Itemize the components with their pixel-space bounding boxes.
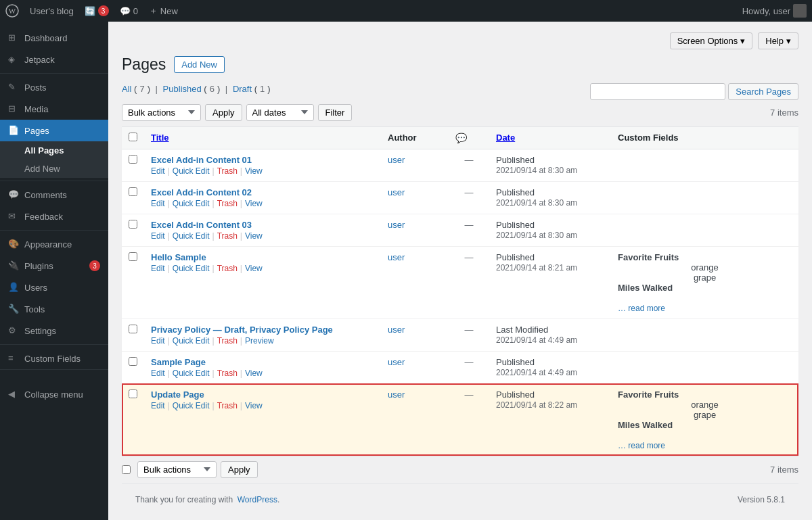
read-more-link-7[interactable]: … read more (618, 441, 665, 450)
row-action-quick-edit-6[interactable]: Quick Edit (173, 369, 210, 378)
apply-button-bottom[interactable]: Apply (221, 461, 258, 478)
author-link-6[interactable]: user (388, 357, 405, 367)
sidebar-item-tools[interactable]: 🔧 Tools (0, 298, 108, 320)
row-checkbox-6[interactable] (129, 357, 137, 366)
row-checkbox-3[interactable] (129, 220, 137, 229)
screen-options-button[interactable]: Screen Options ▾ (670, 32, 753, 49)
filter-published-link[interactable]: Published (163, 84, 202, 94)
page-title-link-2[interactable]: Excel Add-in Content 02 (151, 187, 252, 197)
collapse-menu[interactable]: ◀ Collapse menu (0, 383, 108, 405)
search-input[interactable] (590, 83, 725, 100)
row-action-view-1[interactable]: View (245, 166, 263, 176)
updates-item[interactable]: 🔄 3 (85, 5, 109, 16)
sidebar-item-custom-fields[interactable]: ≡ Custom Fields (0, 348, 108, 369)
site-name-item[interactable]: User's blog (30, 6, 74, 16)
sidebar-item-media[interactable]: ⊟ Media (0, 98, 108, 120)
sidebar-item-plugins[interactable]: 🔌 Plugins 3 (0, 255, 108, 277)
wp-logo-item[interactable]: W (5, 4, 19, 18)
row-action-edit-4[interactable]: Edit (151, 264, 165, 273)
howdy-item[interactable]: Howdy, user (742, 4, 807, 18)
author-link-1[interactable]: user (388, 155, 405, 165)
page-title-link-6[interactable]: Sample Page (151, 357, 206, 367)
author-link-2[interactable]: user (388, 187, 405, 197)
apply-button-top[interactable]: Apply (205, 104, 242, 121)
row-action-trash-2[interactable]: Trash (217, 199, 238, 208)
bulk-actions-select-top[interactable]: Bulk actions Move to Trash (122, 104, 201, 121)
row-custom-fields-cell: Favorite FruitsorangegrapeMiles Walked… … (611, 246, 798, 318)
sidebar-item-feedback[interactable]: ✉ Feedback (0, 206, 108, 227)
page-title-link-5[interactable]: Privacy Policy — Draft, Privacy Policy P… (151, 325, 333, 335)
col-header-date[interactable]: Date (489, 126, 611, 149)
row-action-view-6[interactable]: View (245, 369, 263, 378)
row-action-edit-6[interactable]: Edit (151, 369, 165, 378)
add-new-button[interactable]: Add New (174, 56, 225, 73)
bulk-actions-select-bottom[interactable]: Bulk actions Move to Trash (137, 461, 217, 478)
row-action-trash-6[interactable]: Trash (217, 369, 238, 378)
row-action-trash-3[interactable]: Trash (217, 231, 238, 241)
sidebar-item-appearance[interactable]: 🎨 Appearance (0, 233, 108, 255)
filter-sep1: | (156, 84, 158, 94)
page-title-link-1[interactable]: Excel Add-in Content 01 (151, 155, 252, 165)
title-sort-link[interactable]: Title (151, 133, 169, 143)
sidebar-item-comments[interactable]: 💬 Comments (0, 184, 108, 206)
items-count-bottom: 7 items (770, 465, 798, 475)
new-content-item[interactable]: ＋ New (149, 5, 178, 17)
row-action-trash-1[interactable]: Trash (217, 166, 238, 176)
select-all-checkbox-top[interactable] (129, 133, 137, 141)
row-action-edit-2[interactable]: Edit (151, 199, 165, 208)
author-link-4[interactable]: user (388, 252, 405, 262)
row-action-quick-edit-4[interactable]: Quick Edit (173, 264, 210, 273)
sidebar-item-settings[interactable]: ⚙ Settings (0, 320, 108, 341)
submenu-add-new[interactable]: Add New (0, 160, 108, 178)
page-title-link-4[interactable]: Hello Sample (151, 252, 206, 262)
row-action-trash-5[interactable]: Trash (217, 336, 238, 346)
filter-button[interactable]: Filter (318, 104, 353, 121)
row-action-quick-edit-7[interactable]: Quick Edit (173, 401, 210, 410)
select-all-checkbox-bottom[interactable] (122, 465, 131, 474)
author-link-3[interactable]: user (388, 220, 405, 230)
row-checkbox-5[interactable] (129, 325, 137, 333)
page-title-link-7[interactable]: Update Page (151, 389, 204, 400)
search-pages-button[interactable]: Search Pages (728, 83, 798, 100)
sidebar-item-users[interactable]: 👤 Users (0, 277, 108, 298)
row-checkbox-1[interactable] (129, 155, 137, 164)
author-link-5[interactable]: user (388, 325, 405, 335)
row-checkbox-2[interactable] (129, 187, 137, 196)
feedback-icon: ✉ (8, 211, 19, 222)
wordpress-link[interactable]: WordPress (238, 495, 277, 504)
date-sort-link[interactable]: Date (496, 133, 515, 143)
action-separator: | (240, 264, 242, 273)
row-action-view-7[interactable]: View (245, 401, 263, 410)
row-action-quick-edit-3[interactable]: Quick Edit (173, 231, 210, 241)
row-action-quick-edit-2[interactable]: Quick Edit (173, 199, 210, 208)
filter-all-link[interactable]: All (122, 84, 131, 94)
help-button[interactable]: Help ▾ (758, 32, 798, 49)
comments-item[interactable]: 💬 0 (120, 6, 138, 16)
row-action-edit-7[interactable]: Edit (151, 401, 165, 410)
row-action-edit-3[interactable]: Edit (151, 231, 165, 241)
row-checkbox-7[interactable] (129, 389, 137, 398)
read-more-link-4[interactable]: … read more (618, 304, 665, 313)
sidebar-item-jetpack[interactable]: ◈ Jetpack (0, 49, 108, 70)
date-status-6: Published (496, 357, 535, 367)
row-action-view-4[interactable]: View (245, 264, 263, 273)
row-action-quick-edit-5[interactable]: Quick Edit (173, 336, 210, 346)
row-checkbox-4[interactable] (129, 252, 137, 261)
filter-draft-link[interactable]: Draft (233, 84, 252, 94)
row-action-view-2[interactable]: View (245, 199, 263, 208)
submenu-all-pages[interactable]: All Pages (0, 141, 108, 160)
author-link-7[interactable]: user (388, 389, 405, 400)
row-action-edit-1[interactable]: Edit (151, 166, 165, 176)
row-action-trash-7[interactable]: Trash (217, 401, 238, 410)
row-action-preview-5[interactable]: Preview (245, 336, 274, 346)
row-action-quick-edit-1[interactable]: Quick Edit (173, 166, 210, 176)
dates-select[interactable]: All dates (246, 104, 314, 121)
page-title-link-3[interactable]: Excel Add-in Content 03 (151, 220, 252, 230)
col-header-title[interactable]: Title (144, 126, 381, 149)
sidebar-item-dashboard[interactable]: ⊞ Dashboard (0, 27, 108, 49)
sidebar-item-pages[interactable]: 📄 Pages (0, 120, 108, 141)
sidebar-item-posts[interactable]: ✎ Posts (0, 76, 108, 98)
row-action-view-3[interactable]: View (245, 231, 263, 241)
row-action-trash-4[interactable]: Trash (217, 264, 238, 273)
row-action-edit-5[interactable]: Edit (151, 336, 165, 346)
